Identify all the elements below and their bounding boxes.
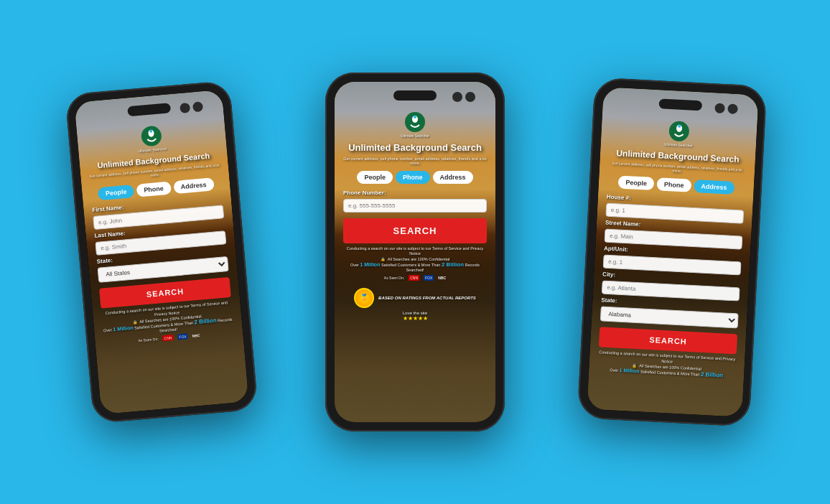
phone-center-logo: Ultimate Searcher bbox=[401, 111, 429, 138]
tab-phone-center[interactable]: Phone bbox=[396, 171, 430, 184]
phone-right-tabs: People Phone Address bbox=[618, 176, 735, 195]
search-button-center[interactable]: SEARCH bbox=[343, 218, 487, 243]
cnn-logo-center: CNN bbox=[409, 275, 419, 281]
phone-center-ratings: 🏅 BASED ON RATINGS FROM ACTUAL REPORTS bbox=[351, 285, 479, 311]
phone-center-screen: Ultimate Searcher Unlimited Background S… bbox=[335, 82, 495, 422]
phone-center-bg: Ultimate Searcher Unlimited Background S… bbox=[335, 82, 495, 422]
badge-text-center: BASED ON RATINGS FROM ACTUAL REPORTS bbox=[378, 296, 476, 300]
logo-text-right: Ultimate Searcher bbox=[664, 142, 693, 148]
phone-center-tabs: People Phone Address bbox=[357, 171, 472, 184]
phone-right-form: House #: Street Name: Apt/Unit: City: St… bbox=[599, 194, 745, 355]
phone-left-bg: Ultimate Searcher Unlimited Background S… bbox=[74, 90, 248, 414]
logo-icon-left bbox=[139, 123, 164, 149]
tab-address-right[interactable]: Address bbox=[694, 179, 735, 195]
logo-text-center: Ultimate Searcher bbox=[401, 134, 429, 138]
phone-left-logo: Ultimate Searcher bbox=[136, 123, 167, 153]
tab-address-left[interactable]: Address bbox=[173, 178, 214, 195]
phone-right-logo: Ultimate Searcher bbox=[664, 119, 694, 148]
tab-address-center[interactable]: Address bbox=[433, 171, 473, 184]
tab-people-right[interactable]: People bbox=[618, 176, 654, 191]
award-badge-center: 🏅 bbox=[354, 288, 374, 308]
phone-right: Ultimate Searcher Unlimited Background S… bbox=[577, 78, 768, 427]
phone-center: Ultimate Searcher Unlimited Background S… bbox=[325, 73, 505, 431]
svg-point-5 bbox=[414, 116, 416, 118]
stars-center: ★★★★★ bbox=[403, 315, 428, 322]
phone-center-subheadline: Get current address, cell phone number, … bbox=[343, 157, 487, 165]
phone-left-content: Ultimate Searcher Unlimited Background S… bbox=[74, 90, 248, 414]
cnn-logo-left: CNN bbox=[162, 335, 173, 341]
phone-center-notch bbox=[393, 90, 437, 101]
tab-people-left[interactable]: People bbox=[98, 185, 134, 200]
phone-center-as-seen: As Seen On: CNN FOX NBC bbox=[384, 275, 446, 281]
phone-center-camera bbox=[465, 92, 475, 102]
phone-right-content: Ultimate Searcher Unlimited Background S… bbox=[587, 87, 758, 417]
tab-phone-right[interactable]: Phone bbox=[656, 178, 691, 192]
logo-icon-right bbox=[667, 119, 691, 144]
phone-left: Ultimate Searcher Unlimited Background S… bbox=[65, 80, 258, 424]
phone-left-screen: Ultimate Searcher Unlimited Background S… bbox=[74, 90, 248, 414]
tab-phone-left[interactable]: Phone bbox=[136, 182, 172, 197]
phone-center-terms: Conducting a search on our site is subje… bbox=[343, 246, 487, 257]
phone-number-label-center: Phone Number: bbox=[343, 190, 487, 196]
phone-right-screen: Ultimate Searcher Unlimited Background S… bbox=[587, 87, 758, 417]
nbc-logo-left: NBC bbox=[192, 332, 200, 337]
phone-right-bg: Ultimate Searcher Unlimited Background S… bbox=[587, 87, 758, 417]
phone-center-content: Ultimate Searcher Unlimited Background S… bbox=[335, 82, 495, 422]
phone-left-form: First Name: Last Name: State: All States… bbox=[92, 196, 231, 309]
phone-center-headline: Unlimited Background Search bbox=[348, 142, 482, 154]
logo-icon-center bbox=[404, 111, 426, 134]
state-select-right[interactable]: Alabama All States bbox=[600, 307, 739, 329]
fox-logo-left: FOX bbox=[177, 333, 188, 340]
phone-center-form: Phone Number: SEARCH bbox=[343, 190, 487, 243]
tab-people-center[interactable]: People bbox=[357, 171, 393, 184]
phone-center-stats: Over 1 Million Satisfied Customers & Mor… bbox=[343, 261, 487, 272]
phone-number-input-center[interactable] bbox=[343, 199, 487, 213]
nbc-logo-center: NBC bbox=[438, 276, 446, 280]
fox-logo-center: FOX bbox=[424, 275, 434, 281]
